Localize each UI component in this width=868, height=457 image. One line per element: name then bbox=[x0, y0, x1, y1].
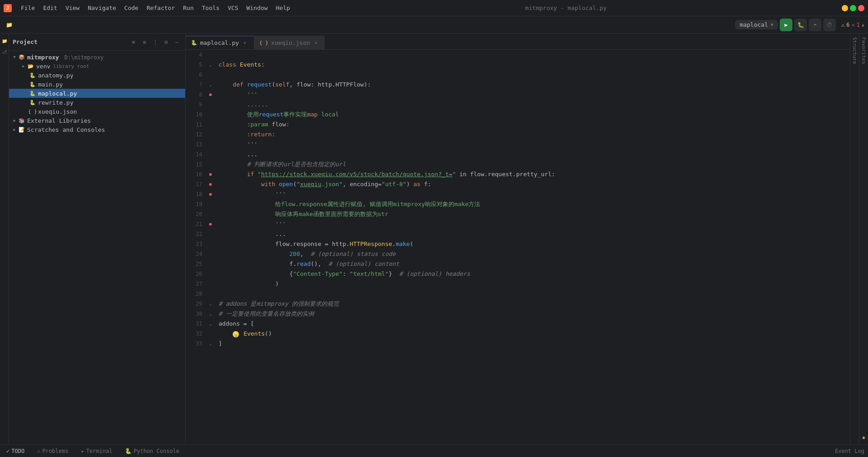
code-content[interactable]: class Events: def request(self, flow: ht… bbox=[215, 50, 850, 444]
gutter-20[interactable] bbox=[206, 209, 215, 219]
line-num-7: 7 bbox=[189, 80, 202, 90]
gutter-22[interactable] bbox=[206, 229, 215, 239]
bottom-tab-todo[interactable]: ✓ TODO bbox=[4, 447, 27, 455]
run-config[interactable]: maplocal ▼ bbox=[735, 20, 778, 29]
gutter-6[interactable] bbox=[206, 70, 215, 80]
gutter-17[interactable]: ● bbox=[206, 179, 215, 189]
settings-btn[interactable]: ⚙ bbox=[162, 38, 171, 47]
structure-panel[interactable]: Structure bbox=[850, 34, 859, 444]
event-log-label[interactable]: Event Log bbox=[835, 448, 864, 454]
code-line-32: 💡 Events() bbox=[219, 329, 846, 339]
tree-venv[interactable]: ▶ 📂 venv library root bbox=[9, 62, 185, 71]
menu-code[interactable]: Code bbox=[121, 3, 142, 13]
tab-bar: 🐍 maplocal.py × { } xueqiu.json × bbox=[186, 34, 850, 50]
root-label: mitmproxy D:\mitmproxy bbox=[27, 54, 104, 61]
debug-button[interactable]: 🐛 bbox=[794, 19, 807, 31]
gutter-24[interactable] bbox=[206, 249, 215, 259]
tree-rewrite[interactable]: 🐍 rewrite.py bbox=[9, 98, 185, 107]
gutter-25[interactable] bbox=[206, 259, 215, 269]
gutter-7[interactable]: ⌄ bbox=[206, 80, 215, 90]
xueqiu-icon: { } bbox=[29, 108, 36, 115]
gutter-10[interactable] bbox=[206, 110, 215, 120]
gutter-4[interactable] bbox=[206, 50, 215, 60]
collapse-all-btn[interactable]: ≡ bbox=[140, 38, 149, 47]
tab-maplocal-close[interactable]: × bbox=[242, 40, 248, 46]
tab-xueqiu-close[interactable]: × bbox=[313, 39, 319, 46]
minimize-button[interactable]: − bbox=[842, 5, 848, 11]
line-num-26: 26 bbox=[189, 269, 202, 279]
project-icon[interactable]: 📁 bbox=[0, 36, 9, 45]
gutter-27[interactable] bbox=[206, 279, 215, 289]
menu-refactor[interactable]: Refactor bbox=[143, 3, 179, 13]
coverage-button[interactable]: ☂ bbox=[809, 19, 821, 31]
favorites-panel[interactable]: Favorites ★ bbox=[859, 34, 868, 444]
menu-help[interactable]: Help bbox=[272, 3, 294, 13]
line-num-17: 17 bbox=[189, 179, 202, 189]
gutter-26[interactable] bbox=[206, 269, 215, 279]
menu-view[interactable]: View bbox=[62, 3, 83, 13]
code-line-33: ] bbox=[219, 339, 846, 349]
gutter-19[interactable] bbox=[206, 199, 215, 209]
gutter-14[interactable] bbox=[206, 149, 215, 159]
warning-bulb[interactable]: 💡 bbox=[233, 331, 239, 337]
gutter-33[interactable]: ⌄ bbox=[206, 339, 215, 349]
menu-edit[interactable]: Edit bbox=[39, 3, 61, 13]
menu-run[interactable]: Run bbox=[180, 3, 197, 13]
bottom-tab-problems[interactable]: ⚠ Problems bbox=[34, 447, 71, 455]
gutter-13[interactable] bbox=[206, 140, 215, 149]
tab-xueqiu[interactable]: { } xueqiu.json × bbox=[254, 36, 325, 49]
line-num-31: 31 bbox=[189, 319, 202, 329]
run-button[interactable]: ▶ bbox=[780, 19, 792, 31]
tree-external[interactable]: ▶ 📚 External Libraries bbox=[9, 116, 185, 125]
gutter-31[interactable]: ⌄ bbox=[206, 319, 215, 329]
gutter-21[interactable]: ● bbox=[206, 219, 215, 229]
tree-main[interactable]: 🐍 main.py bbox=[9, 80, 185, 89]
gutter-9[interactable] bbox=[206, 100, 215, 110]
gutter-23[interactable] bbox=[206, 239, 215, 249]
gutter-16[interactable]: ● bbox=[206, 169, 215, 179]
gutter-28[interactable] bbox=[206, 289, 215, 299]
bottom-tab-python-console[interactable]: 🐍 Python Console bbox=[122, 447, 182, 455]
close-button[interactable]: × bbox=[858, 5, 864, 11]
tree-anatomy[interactable]: 🐍 anatomy.py bbox=[9, 71, 185, 80]
tree-maplocal[interactable]: 🐍 maplocal.py bbox=[9, 89, 185, 98]
maximize-button[interactable]: □ bbox=[850, 5, 856, 11]
tab-maplocal[interactable]: 🐍 maplocal.py × bbox=[186, 36, 254, 49]
panel-actions: ⊕ ≡ ⋮ ⚙ — bbox=[129, 38, 181, 47]
menu-navigate[interactable]: Navigate bbox=[84, 3, 120, 13]
main-label: main.py bbox=[38, 81, 63, 88]
gutter-12[interactable] bbox=[206, 130, 215, 140]
line-numbers: 4 5 6 7 8 9 10 11 12 13 14 15 16 17 18 1… bbox=[186, 50, 206, 444]
menu-tools[interactable]: Tools bbox=[198, 3, 223, 13]
code-editor[interactable]: 4 5 6 7 8 9 10 11 12 13 14 15 16 17 18 1… bbox=[186, 50, 850, 444]
venv-expand-icon: ▶ bbox=[20, 63, 27, 70]
locate-file-btn[interactable]: ⊕ bbox=[129, 38, 138, 47]
gutter-18[interactable]: ● bbox=[206, 189, 215, 199]
tree-scratches[interactable]: ▶ 📝 Scratches and Consoles bbox=[9, 125, 185, 134]
profile-button[interactable]: ⏱ bbox=[823, 19, 836, 31]
gutter-30[interactable]: ⌄ bbox=[206, 309, 215, 319]
tree-root[interactable]: ▼ 📦 mitmproxy D:\mitmproxy bbox=[9, 53, 185, 62]
code-line-22: ... bbox=[219, 229, 846, 239]
menu-vcs[interactable]: VCS bbox=[224, 3, 242, 13]
line-num-15: 15 bbox=[189, 159, 202, 169]
code-line-25: f.read(), # (optional) content bbox=[219, 259, 846, 269]
code-line-27: ) bbox=[219, 279, 846, 289]
commit-icon[interactable]: ⎇ bbox=[0, 47, 9, 56]
maplocal-icon: 🐍 bbox=[29, 90, 36, 97]
gutter-29[interactable]: ⌄ bbox=[206, 299, 215, 309]
gutter-15[interactable] bbox=[206, 159, 215, 169]
menu-file[interactable]: File bbox=[17, 3, 38, 13]
tree-xueqiu[interactable]: { } xueqiu.json bbox=[9, 107, 185, 116]
hide-panel-btn[interactable]: — bbox=[172, 38, 181, 47]
expand-all-btn[interactable]: ⋮ bbox=[151, 38, 160, 47]
favorites-star[interactable]: ★ bbox=[862, 433, 865, 441]
gutter-5[interactable]: ⌄ bbox=[206, 60, 215, 70]
menu-window[interactable]: Window bbox=[243, 3, 272, 13]
gutter-8[interactable]: ● bbox=[206, 90, 215, 100]
bottom-tab-terminal[interactable]: ▸ Terminal bbox=[78, 447, 115, 455]
toolbar-open[interactable]: 📁 bbox=[4, 19, 14, 30]
gutter-11[interactable] bbox=[206, 120, 215, 130]
gutter-32[interactable] bbox=[206, 329, 215, 339]
external-expand-icon: ▶ bbox=[11, 117, 18, 124]
